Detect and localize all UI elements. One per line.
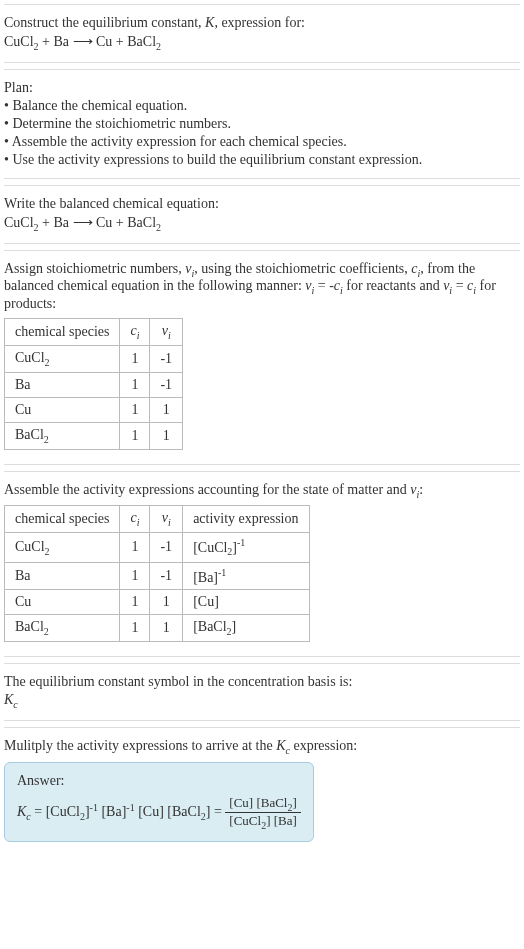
cell-vi: -1 xyxy=(150,562,183,590)
cell-species: Ba xyxy=(5,562,120,590)
col-header-ci: ci xyxy=(120,319,150,346)
answer-box: Answer: Kc = [CuCl2]-1 [Ba]-1 [Cu] [BaCl… xyxy=(4,762,314,842)
prompt-section: Construct the equilibrium constant, K, e… xyxy=(4,4,520,63)
col-header-ci: ci xyxy=(120,506,150,533)
table-row: Cu 1 1 xyxy=(5,397,183,422)
activity-table: chemical species ci νi activity expressi… xyxy=(4,505,310,642)
activity-section: Assemble the activity expressions accoun… xyxy=(4,471,520,658)
table-row: Ba 1 -1 [Ba]-1 xyxy=(5,562,310,590)
answer-label: Answer: xyxy=(17,773,301,789)
plan-item: • Use the activity expressions to build … xyxy=(4,152,520,168)
col-header-species: chemical species xyxy=(5,506,120,533)
cell-activity: [Ba]-1 xyxy=(183,562,309,590)
cell-species: Ba xyxy=(5,372,120,397)
symbol-section: The equilibrium constant symbol in the c… xyxy=(4,663,520,721)
cell-ci: 1 xyxy=(120,422,150,449)
plan-item: • Assemble the activity expression for e… xyxy=(4,134,520,150)
stoichiometric-intro: Assign stoichiometric numbers, νi, using… xyxy=(4,261,520,313)
multiply-intro: Mulitply the activity expressions to arr… xyxy=(4,738,520,756)
table-row: Cu 1 1 [Cu] xyxy=(5,590,310,615)
table-row: Ba 1 -1 xyxy=(5,372,183,397)
col-header-vi: νi xyxy=(150,506,183,533)
table-row: BaCl2 1 1 xyxy=(5,422,183,449)
col-header-activity: activity expression xyxy=(183,506,309,533)
plan-title: Plan: xyxy=(4,80,520,96)
table-header-row: chemical species ci νi xyxy=(5,319,183,346)
cell-vi: 1 xyxy=(150,615,183,642)
col-header-species: chemical species xyxy=(5,319,120,346)
fraction-numerator: [Cu] [BaCl2] xyxy=(225,795,300,814)
cell-ci: 1 xyxy=(120,397,150,422)
symbol-value: Kc xyxy=(4,692,520,710)
plan-item: • Balance the chemical equation. xyxy=(4,98,520,114)
fraction-denominator: [CuCl2] [Ba] xyxy=(225,813,300,831)
table-row: CuCl2 1 -1 xyxy=(5,345,183,372)
cell-vi: 1 xyxy=(150,397,183,422)
answer-expression: Kc = [CuCl2]-1 [Ba]-1 [Cu] [BaCl2] = [Cu… xyxy=(17,795,301,831)
cell-ci: 1 xyxy=(120,345,150,372)
cell-vi: -1 xyxy=(150,533,183,562)
cell-ci: 1 xyxy=(120,615,150,642)
reaction-equation: CuCl2 + Ba ⟶ Cu + BaCl2 xyxy=(4,33,520,52)
cell-ci: 1 xyxy=(120,562,150,590)
cell-species: BaCl2 xyxy=(5,422,120,449)
cell-species: Cu xyxy=(5,590,120,615)
plan-section: Plan: • Balance the chemical equation. •… xyxy=(4,69,520,179)
prompt-text: Construct the equilibrium constant, K, e… xyxy=(4,15,520,31)
cell-species: CuCl2 xyxy=(5,345,120,372)
cell-vi: 1 xyxy=(150,590,183,615)
activity-intro: Assemble the activity expressions accoun… xyxy=(4,482,520,500)
cell-vi: -1 xyxy=(150,372,183,397)
balanced-intro: Write the balanced chemical equation: xyxy=(4,196,520,212)
balanced-section: Write the balanced chemical equation: Cu… xyxy=(4,185,520,244)
cell-activity: [CuCl2]-1 xyxy=(183,533,309,562)
stoichiometric-section: Assign stoichiometric numbers, νi, using… xyxy=(4,250,520,465)
cell-vi: 1 xyxy=(150,422,183,449)
symbol-intro: The equilibrium constant symbol in the c… xyxy=(4,674,520,690)
cell-species: Cu xyxy=(5,397,120,422)
multiply-section: Mulitply the activity expressions to arr… xyxy=(4,727,520,850)
stoichiometric-table: chemical species ci νi CuCl2 1 -1 Ba 1 -… xyxy=(4,318,183,449)
table-row: CuCl2 1 -1 [CuCl2]-1 xyxy=(5,533,310,562)
plan-item: • Determine the stoichiometric numbers. xyxy=(4,116,520,132)
cell-activity: [BaCl2] xyxy=(183,615,309,642)
cell-ci: 1 xyxy=(120,372,150,397)
cell-ci: 1 xyxy=(120,533,150,562)
balanced-equation: CuCl2 + Ba ⟶ Cu + BaCl2 xyxy=(4,214,520,233)
cell-activity: [Cu] xyxy=(183,590,309,615)
cell-ci: 1 xyxy=(120,590,150,615)
answer-fraction: [Cu] [BaCl2] [CuCl2] [Ba] xyxy=(225,795,300,831)
cell-species: BaCl2 xyxy=(5,615,120,642)
table-header-row: chemical species ci νi activity expressi… xyxy=(5,506,310,533)
cell-species: CuCl2 xyxy=(5,533,120,562)
cell-vi: -1 xyxy=(150,345,183,372)
col-header-vi: νi xyxy=(150,319,183,346)
table-row: BaCl2 1 1 [BaCl2] xyxy=(5,615,310,642)
